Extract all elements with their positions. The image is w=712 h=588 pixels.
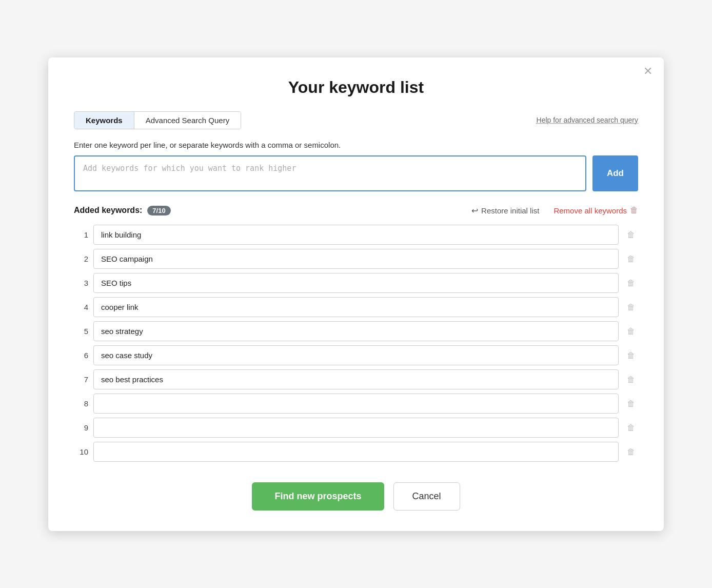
delete-keyword-button[interactable]	[624, 276, 638, 290]
keyword-row-input[interactable]	[93, 249, 619, 269]
header-actions: ↩ Restore initial list Remove all keywor…	[471, 206, 638, 215]
keyword-row-input[interactable]	[93, 273, 619, 293]
keyword-row: 10	[74, 442, 638, 462]
help-link[interactable]: Help for advanced search query	[537, 116, 638, 124]
row-number: 6	[74, 351, 88, 360]
trash-icon	[627, 229, 635, 240]
keyword-row: 4	[74, 297, 638, 317]
keyword-row-input[interactable]	[93, 345, 619, 365]
trash-icon	[627, 446, 635, 457]
delete-keyword-button[interactable]	[624, 251, 638, 266]
row-number: 1	[74, 230, 88, 239]
keywords-header: Added keywords: 7/10 ↩ Restore initial l…	[74, 206, 638, 215]
restore-label: Restore initial list	[481, 206, 539, 215]
tabs-row: Keywords Advanced Search Query Help for …	[74, 111, 638, 129]
row-number: 4	[74, 303, 88, 311]
trash-icon	[627, 278, 635, 288]
trash-icon	[627, 422, 635, 433]
close-button[interactable]: ✕	[643, 66, 652, 77]
add-keyword-row: Add	[74, 155, 638, 191]
trash-icon	[627, 326, 635, 337]
restore-button[interactable]: ↩ Restore initial list	[471, 206, 539, 215]
remove-all-trash-icon	[630, 206, 638, 215]
keyword-row-input[interactable]	[93, 225, 619, 245]
restore-icon: ↩	[471, 206, 478, 215]
modal-title: Your keyword list	[74, 78, 638, 97]
keyword-list-modal: ✕ Your keyword list Keywords Advanced Se…	[48, 57, 664, 531]
keywords-label-text: Added keywords:	[74, 206, 142, 215]
trash-icon	[627, 398, 635, 409]
delete-keyword-button[interactable]	[624, 396, 638, 411]
row-number: 5	[74, 327, 88, 336]
keyword-row-input[interactable]	[93, 394, 619, 414]
keywords-count-badge: 7/10	[147, 206, 170, 215]
row-number: 8	[74, 399, 88, 408]
keyword-row-input[interactable]	[93, 369, 619, 389]
keyword-row: 1	[74, 225, 638, 245]
row-number: 10	[74, 447, 88, 456]
row-number: 2	[74, 254, 88, 263]
keywords-label: Added keywords: 7/10	[74, 206, 171, 215]
delete-keyword-button[interactable]	[624, 300, 638, 315]
tab-keywords[interactable]: Keywords	[74, 112, 134, 129]
find-prospects-button[interactable]: Find new prospects	[252, 482, 384, 511]
trash-icon	[627, 302, 635, 312]
keyword-row: 2	[74, 249, 638, 269]
keyword-row: 3	[74, 273, 638, 293]
row-number: 3	[74, 279, 88, 287]
remove-all-label: Remove all keywords	[553, 206, 627, 215]
keyword-input[interactable]	[74, 155, 586, 191]
keyword-rows: 12345678910	[74, 225, 638, 466]
tab-advanced-search[interactable]: Advanced Search Query	[134, 112, 241, 129]
row-number: 7	[74, 375, 88, 384]
delete-keyword-button[interactable]	[624, 372, 638, 387]
trash-icon	[627, 350, 635, 361]
keyword-row-input[interactable]	[93, 321, 619, 341]
delete-keyword-button[interactable]	[624, 444, 638, 459]
keyword-row: 9	[74, 418, 638, 438]
tab-group: Keywords Advanced Search Query	[74, 111, 241, 129]
add-button[interactable]: Add	[592, 155, 638, 191]
trash-icon	[627, 374, 635, 385]
keyword-row-input[interactable]	[93, 442, 619, 462]
keyword-row: 8	[74, 394, 638, 414]
keyword-row: 7	[74, 369, 638, 389]
keyword-row-input[interactable]	[93, 418, 619, 438]
instruction-text: Enter one keyword per line, or separate …	[74, 141, 638, 149]
keyword-row-input[interactable]	[93, 297, 619, 317]
trash-icon	[627, 253, 635, 264]
remove-all-button[interactable]: Remove all keywords	[553, 206, 638, 215]
delete-keyword-button[interactable]	[624, 227, 638, 242]
delete-keyword-button[interactable]	[624, 324, 638, 339]
keyword-row: 5	[74, 321, 638, 341]
row-number: 9	[74, 423, 88, 432]
delete-keyword-button[interactable]	[624, 420, 638, 435]
footer-actions: Find new prospects Cancel	[74, 482, 638, 511]
keyword-row: 6	[74, 345, 638, 365]
delete-keyword-button[interactable]	[624, 348, 638, 363]
cancel-button[interactable]: Cancel	[393, 482, 460, 511]
